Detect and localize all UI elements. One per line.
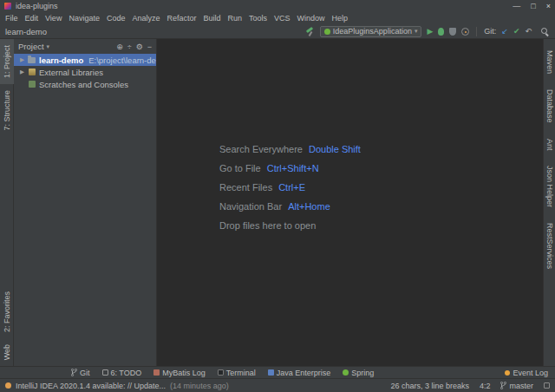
menu-bar: File Edit View Navigate Code Analyze Ref… <box>0 12 555 24</box>
main-toolbar: learn-demo IdeaPluginsApplication ▾ ▶ Gi… <box>0 24 555 39</box>
git-update-button[interactable]: ↙ <box>501 27 508 36</box>
menu-tools[interactable]: Tools <box>245 12 271 24</box>
window-title: idea-plugins <box>16 2 58 10</box>
mybatis-icon <box>153 369 160 376</box>
menu-analyze[interactable]: Analyze <box>128 12 163 24</box>
editor-area[interactable]: Search Everywhere Double Shift Go to Fil… <box>157 39 543 366</box>
profiler-button[interactable] <box>461 28 469 36</box>
toolwindow-tab-label: MyBatis Log <box>162 369 206 377</box>
toolbar-right-group: IdeaPluginsApplication ▾ ▶ Git: ↙ ✔ ↶ <box>305 26 550 37</box>
menu-code[interactable]: Code <box>103 12 129 24</box>
shortcut-line: Navigation Bar Alt+Home <box>219 202 361 212</box>
tree-item-path: E:\project\learn-demo <box>88 56 156 65</box>
toolwindow-tab-mybatis-log[interactable]: MyBatis Log <box>153 369 206 377</box>
toolwindow-tab-git[interactable]: Git <box>71 369 90 377</box>
status-message-time: (14 minutes ago) <box>170 382 229 390</box>
breadcrumb[interactable]: learn-demo <box>5 27 47 36</box>
menu-window[interactable]: Window <box>294 12 329 24</box>
git-label: Git: <box>484 27 496 36</box>
coverage-button[interactable] <box>449 28 456 36</box>
search-everywhere-icon[interactable] <box>540 27 550 36</box>
folder-icon <box>28 57 36 63</box>
git-commit-button[interactable]: ✔ <box>513 27 520 36</box>
notification-icon[interactable] <box>5 382 11 389</box>
toolwindow-tab-maven[interactable]: Maven <box>543 42 555 82</box>
debug-button[interactable] <box>438 28 444 36</box>
toolwindow-tab-json-helper[interactable]: Json Helper <box>543 158 555 215</box>
event-log-icon <box>505 370 510 376</box>
tree-item-external-libraries[interactable]: ▶ External Libraries <box>14 66 156 78</box>
todo-icon <box>102 369 108 376</box>
project-tree: ▶ learn-demo E:\project\learn-demo ▶ Ext… <box>14 54 156 90</box>
tree-item-label: External Libraries <box>39 68 103 77</box>
menu-view[interactable]: View <box>42 12 65 24</box>
toolwindow-tab-structure[interactable]: 7: Structure <box>0 84 14 137</box>
tree-item-scratches[interactable]: ▶ Scratches and Consoles <box>14 78 156 90</box>
shortcut-keys: Ctrl+E <box>278 183 305 193</box>
shortcut-line: Drop files here to open <box>219 221 361 231</box>
toolbar-separator <box>476 27 477 36</box>
libraries-icon <box>29 69 36 75</box>
caret-position[interactable]: 4:2 <box>480 382 491 390</box>
event-log-button[interactable]: Event Log <box>505 369 555 377</box>
left-bar-top-group: 1: Project 7: Structure <box>0 39 14 137</box>
close-button[interactable]: × <box>546 0 551 12</box>
project-panel-actions: ⊕ ÷ ⚙ − <box>116 42 152 51</box>
maximize-button[interactable]: □ <box>531 0 535 12</box>
toolwindow-tab-ant[interactable]: Ant <box>543 131 555 159</box>
toolwindow-tab-database[interactable]: Database <box>543 82 555 131</box>
minimize-button[interactable]: — <box>513 0 520 12</box>
menu-edit[interactable]: Edit <box>22 12 42 24</box>
toolwindow-tab-project[interactable]: 1: Project <box>0 39 14 84</box>
run-config-select[interactable]: IdeaPluginsApplication ▾ <box>320 26 422 37</box>
window-controls: — □ × <box>513 0 551 12</box>
toolwindow-tab-terminal[interactable]: Terminal <box>218 369 256 377</box>
menu-build[interactable]: Build <box>199 12 224 24</box>
menu-vcs[interactable]: VCS <box>271 12 294 24</box>
expand-arrow-icon[interactable]: ▶ <box>20 56 24 63</box>
toolwindow-tab-java-enterprise[interactable]: Java Enterprise <box>268 369 331 377</box>
toolwindow-tab-web[interactable]: Web <box>0 338 14 366</box>
left-bar-bottom-group: 2: Favorites Web <box>0 285 14 366</box>
shortcut-label: Recent Files <box>219 183 272 193</box>
hide-panel-icon[interactable]: − <box>147 42 152 51</box>
toolwindow-tab-todo[interactable]: 6: TODO <box>102 369 142 377</box>
shortcut-keys: Ctrl+Shift+N <box>267 164 319 173</box>
toolwindow-tab-favorites[interactable]: 2: Favorites <box>0 285 14 338</box>
tree-item-label: Scratches and Consoles <box>39 80 128 89</box>
selection-info: 26 chars, 3 line breaks <box>390 382 469 390</box>
status-message[interactable]: IntelliJ IDEA 2020.1.4 available: // Upd… <box>16 382 166 390</box>
event-log-label: Event Log <box>513 369 548 377</box>
locate-file-icon[interactable]: ⊕ <box>116 42 123 51</box>
terminal-icon <box>218 369 224 376</box>
toolwindow-tab-label: Git <box>80 369 90 377</box>
menu-help[interactable]: Help <box>329 12 352 24</box>
main-area: 1: Project 7: Structure 2: Favorites Web… <box>0 39 555 366</box>
right-toolwindow-bar: Maven Database Ant Json Helper RestServi… <box>543 39 555 366</box>
menu-refactor[interactable]: Refactor <box>163 12 199 24</box>
menu-navigate[interactable]: Navigate <box>65 12 103 24</box>
status-bar: IntelliJ IDEA 2020.1.4 available: // Upd… <box>0 378 555 392</box>
settings-gear-icon[interactable]: ⚙ <box>136 42 143 51</box>
java-enterprise-icon <box>268 369 274 376</box>
chevron-down-icon: ▾ <box>415 28 418 35</box>
toolwindow-tab-spring[interactable]: Spring <box>343 369 374 377</box>
run-config-icon <box>324 29 330 35</box>
project-panel-header: Project ▾ ⊕ ÷ ⚙ − <box>14 39 156 54</box>
expand-arrow-icon[interactable]: ▶ <box>20 69 25 75</box>
toolwindow-tab-restservices[interactable]: RestServices <box>543 215 555 277</box>
git-rollback-button[interactable]: ↶ <box>525 27 532 36</box>
git-branch-widget[interactable]: master <box>500 382 533 390</box>
run-button[interactable]: ▶ <box>427 27 433 36</box>
toolwindow-tab-label: Spring <box>351 369 374 377</box>
tree-item-learn-demo[interactable]: ▶ learn-demo E:\project\learn-demo <box>14 54 156 66</box>
empty-editor-shortcuts: Search Everywhere Double Shift Go to Fil… <box>219 145 361 240</box>
collapse-all-icon[interactable]: ÷ <box>127 42 132 51</box>
menu-run[interactable]: Run <box>225 12 246 24</box>
build-hammer-icon[interactable] <box>305 27 315 36</box>
lock-icon[interactable] <box>544 382 550 389</box>
menu-file[interactable]: File <box>2 12 22 24</box>
project-view-selector[interactable]: Project <box>18 42 44 51</box>
bottom-toolwindow-bar: Git 6: TODO MyBatis Log Terminal Java En… <box>0 366 555 378</box>
scratches-icon <box>29 81 36 88</box>
